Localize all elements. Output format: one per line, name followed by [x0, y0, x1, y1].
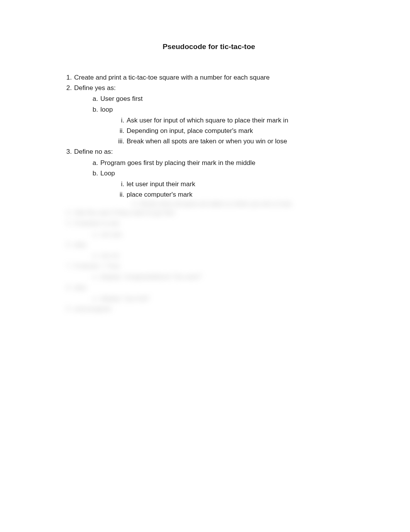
- list-text: place computer's mark: [127, 191, 192, 198]
- list-text: Create and print a tic-tac-toe square wi…: [74, 74, 270, 81]
- list-item: If answer is yes run yes: [62, 218, 356, 239]
- list-text: If winner = True: [74, 262, 120, 270]
- list-text: display "congratulations! You won!": [100, 273, 202, 280]
- list-text: Program goes first by placing their mark…: [100, 159, 256, 167]
- ordered-list-sub: Program goes first by placing their mark…: [74, 158, 356, 200]
- list-item: Loop let user input their mark place com…: [88, 168, 356, 200]
- list-item: display "you lost": [88, 293, 356, 304]
- list-text: Loop: [100, 170, 115, 177]
- list-item: Ask user for input of which square to pl…: [114, 115, 356, 126]
- list-text: Ask user for input of which square to pl…: [127, 117, 288, 124]
- list-item: display "congratulations! You won!": [88, 272, 356, 282]
- list-item: let user input their mark: [114, 179, 356, 189]
- list-text: Break when all spots are taken or when y…: [141, 201, 291, 207]
- list-item: run yes: [88, 229, 356, 240]
- list-item: User goes first: [88, 93, 356, 104]
- list-item: end program: [62, 304, 356, 314]
- list-text: User goes first: [100, 95, 143, 102]
- list-item: Create and print a tic-tac-toe square wi…: [62, 72, 356, 83]
- list-text: Ask the user if they want to go first: [74, 209, 175, 216]
- list-item: else display "you lost": [62, 282, 356, 304]
- list-item: Depending on input, place computer's mar…: [114, 126, 356, 136]
- blurred-content: Break when all spots are taken or when y…: [62, 201, 356, 314]
- list-text: Define no as:: [74, 148, 113, 155]
- list-item: else run no: [62, 240, 356, 261]
- page-title: Pseudocode for tic-tac-toe: [62, 42, 356, 51]
- list-item: Break when all spots are taken or when y…: [128, 201, 356, 207]
- list-item: Ask the user if they want to go first: [62, 207, 356, 218]
- list-item: Program goes first by placing their mark…: [88, 158, 356, 168]
- list-item: Define no as: Program goes first by plac…: [62, 146, 356, 200]
- list-item: If winner = True display "congratulation…: [62, 261, 356, 282]
- list-text: else: [74, 284, 86, 291]
- list-text: Break when all spots are taken or when y…: [127, 138, 287, 145]
- ordered-list-subsub: Ask user for input of which square to pl…: [100, 115, 356, 147]
- ordered-list: Create and print a tic-tac-toe square wi…: [62, 72, 356, 200]
- list-item: loop Ask user for input of which square …: [88, 104, 356, 147]
- list-text: display "you lost": [100, 295, 150, 302]
- list-text: run no: [100, 252, 119, 259]
- ordered-list-subsub: let user input their mark place computer…: [100, 179, 356, 200]
- list-text: Depending on input, place computer's mar…: [127, 127, 253, 134]
- list-text: else: [74, 241, 86, 248]
- list-item: run no: [88, 250, 356, 261]
- list-text: If answer is yes: [74, 219, 119, 227]
- list-item: Define yes as: User goes first loop Ask …: [62, 83, 356, 146]
- list-text: end program: [74, 305, 111, 313]
- list-text: loop: [100, 106, 113, 113]
- list-item: place computer's mark: [114, 189, 356, 200]
- list-text: run yes: [100, 231, 122, 238]
- list-item: Break when all spots are taken or when y…: [114, 136, 356, 146]
- list-text: let user input their mark: [127, 180, 195, 188]
- list-text: Define yes as:: [74, 84, 116, 92]
- ordered-list-sub: User goes first loop Ask user for input …: [74, 93, 356, 146]
